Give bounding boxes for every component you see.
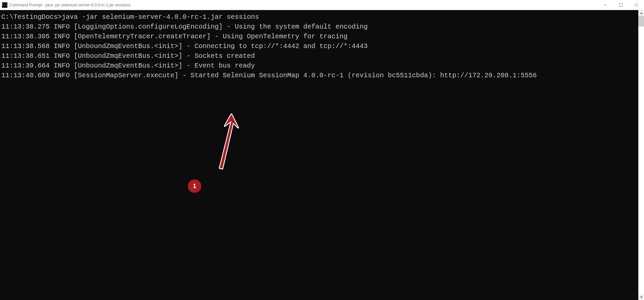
command-text: java -jar selenium-server-4.0.0-rc-1.jar…	[62, 13, 259, 21]
svg-marker-5	[640, 296, 642, 298]
log-line: 11:13:39.664 INFO [UnboundZmqEventBus.<i…	[1, 62, 255, 70]
window-controls	[598, 0, 644, 10]
close-button[interactable]	[629, 0, 644, 10]
prompt-path: C:\TestingDocs>	[1, 13, 62, 21]
maximize-button[interactable]	[613, 0, 629, 10]
scroll-up-button[interactable]	[638, 10, 644, 16]
terminal-wrapper: C:\TestingDocs>java -jar selenium-server…	[0, 10, 644, 300]
log-line: 11:13:38.651 INFO [UnboundZmqEventBus.<i…	[1, 52, 255, 60]
cmd-icon: C:\	[2, 2, 7, 8]
log-line: 11:13:38.568 INFO [UnboundZmqEventBus.<i…	[1, 42, 368, 50]
log-line: 11:13:40.609 INFO [SessionMapServer.exec…	[1, 72, 537, 79]
terminal-output[interactable]: C:\TestingDocs>java -jar selenium-server…	[0, 10, 638, 300]
svg-marker-4	[640, 12, 642, 14]
scroll-thumb[interactable]	[638, 16, 644, 27]
titlebar: C:\ Command Prompt - java -jar selenium-…	[0, 0, 644, 10]
log-line: 11:13:38.305 INFO [OpenTelemetryTracer.c…	[1, 33, 347, 40]
scroll-down-button[interactable]	[638, 294, 644, 300]
vertical-scrollbar[interactable]	[638, 10, 644, 300]
window-title: Command Prompt - java -jar selenium-serv…	[9, 3, 598, 7]
log-line: 11:13:38.275 INFO [LoggingOptions.config…	[1, 23, 368, 31]
minimize-button[interactable]	[598, 0, 613, 10]
svg-rect-1	[620, 3, 623, 6]
